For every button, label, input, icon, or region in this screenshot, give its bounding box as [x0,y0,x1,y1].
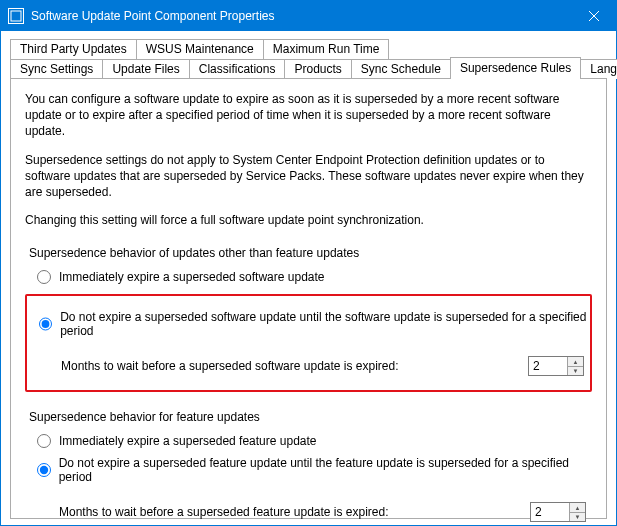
radio-label-wait-feature: Do not expire a superseded feature updat… [59,456,592,484]
tabs-row-front: Sync Settings Update Files Classificatio… [10,59,607,79]
window-icon [7,7,25,25]
spinner-down-icon[interactable]: ▼ [568,367,583,376]
client-area: Third Party Updates WSUS Maintenance Max… [1,31,616,525]
dialog-window: Software Update Point Component Properti… [0,0,617,526]
months-spinner-software[interactable]: ▲ ▼ [528,356,584,376]
tab-products[interactable]: Products [284,59,351,79]
tabs-row-back: Third Party Updates WSUS Maintenance Max… [10,39,607,59]
tab-control: Third Party Updates WSUS Maintenance Max… [10,39,607,519]
radio-label-wait-software: Do not expire a superseded software upda… [60,310,588,338]
window-title: Software Update Point Component Properti… [31,9,274,23]
svg-rect-1 [11,11,21,21]
months-input-feature[interactable] [531,503,569,521]
spinner-arrows-software: ▲ ▼ [567,357,583,375]
spinner-up-icon[interactable]: ▲ [568,357,583,367]
tab-classifications[interactable]: Classifications [189,59,286,79]
spinner-arrows-feature: ▲ ▼ [569,503,585,521]
radio-wait-expire-software[interactable]: Do not expire a superseded software upda… [39,310,588,338]
radio-label-immediate-software: Immediately expire a superseded software… [59,270,324,284]
close-button[interactable] [571,1,616,31]
radio-input-wait-feature[interactable] [37,463,51,477]
tab-third-party-updates[interactable]: Third Party Updates [10,39,137,59]
months-wait-label-feature: Months to wait before a superseded featu… [59,505,389,519]
tab-update-files[interactable]: Update Files [102,59,189,79]
radio-input-immediate-software[interactable] [37,270,51,284]
radio-wait-expire-feature[interactable]: Do not expire a superseded feature updat… [37,456,592,484]
radio-immediate-expire-feature[interactable]: Immediately expire a superseded feature … [37,434,592,448]
months-wait-row-feature: Months to wait before a superseded featu… [59,502,592,522]
tab-sync-settings[interactable]: Sync Settings [10,59,103,79]
highlighted-selection: Do not expire a superseded software upda… [25,294,592,392]
tab-languages[interactable]: Languages [580,59,617,79]
months-wait-label-software: Months to wait before a superseded softw… [61,359,399,373]
months-wait-row-software: Months to wait before a superseded softw… [61,356,588,376]
tab-sync-schedule[interactable]: Sync Schedule [351,59,451,79]
radio-label-immediate-feature: Immediately expire a superseded feature … [59,434,317,448]
group-label-non-feature: Supersedence behavior of updates other t… [29,246,592,260]
radio-input-wait-software[interactable] [39,317,52,331]
titlebar[interactable]: Software Update Point Component Properti… [1,1,616,31]
description-text-2: Supersedence settings do not apply to Sy… [25,152,592,201]
tab-supersedence-rules[interactable]: Supersedence Rules [450,57,581,79]
tab-maximum-run-time[interactable]: Maximum Run Time [263,39,390,59]
spinner-down-icon[interactable]: ▼ [570,513,585,522]
months-input-software[interactable] [529,357,567,375]
tab-wsus-maintenance[interactable]: WSUS Maintenance [136,39,264,59]
description-text-1: You can configure a software update to e… [25,91,592,140]
tab-page-supersedence-rules: You can configure a software update to e… [10,78,607,519]
description-text-3: Changing this setting will force a full … [25,212,592,228]
months-spinner-feature[interactable]: ▲ ▼ [530,502,586,522]
radio-immediate-expire-software[interactable]: Immediately expire a superseded software… [37,270,592,284]
spinner-up-icon[interactable]: ▲ [570,503,585,513]
radio-input-immediate-feature[interactable] [37,434,51,448]
group-label-feature: Supersedence behavior for feature update… [29,410,592,424]
